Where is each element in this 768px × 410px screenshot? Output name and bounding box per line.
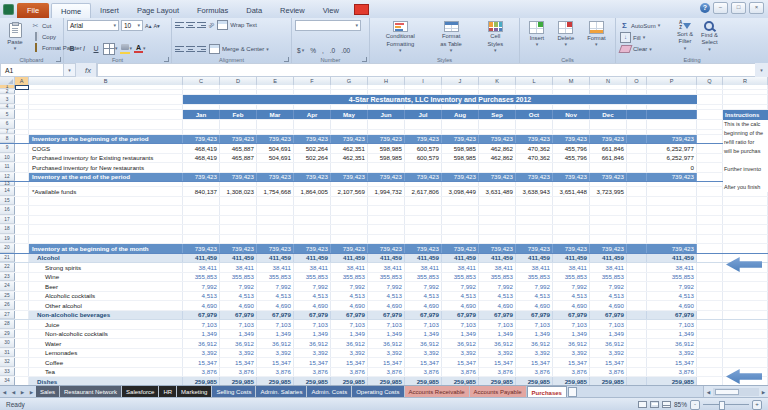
cell-value[interactable]: 67,979 <box>516 311 553 320</box>
cell[interactable] <box>405 90 442 94</box>
cell[interactable] <box>442 206 479 215</box>
cell-value[interactable]: 7,992 <box>442 282 479 291</box>
cell[interactable] <box>479 85 516 89</box>
cell-A[interactable] <box>15 197 29 206</box>
cell[interactable] <box>257 235 294 244</box>
cell-A[interactable] <box>15 182 29 186</box>
cell[interactable] <box>723 301 768 310</box>
cell-total[interactable]: 38,411 <box>647 263 697 272</box>
cell[interactable] <box>257 206 294 215</box>
cell-value[interactable]: 3,876 <box>368 368 405 377</box>
cell[interactable] <box>590 120 627 129</box>
column-header-R[interactable]: R <box>723 77 768 85</box>
cell[interactable] <box>697 254 723 263</box>
cell-value[interactable]: 355,853 <box>553 273 590 282</box>
cell-value[interactable] <box>331 163 368 172</box>
cell-value[interactable]: 4,690 <box>183 301 220 310</box>
zoom-in-button[interactable]: + <box>752 400 762 410</box>
align-top-icon[interactable] <box>175 21 184 29</box>
decrease-decimal-button[interactable]: .00 <box>339 47 352 54</box>
cell-value[interactable]: 2,107,569 <box>331 187 368 196</box>
cell-value[interactable]: 7,992 <box>590 282 627 291</box>
cell-value[interactable]: 4,690 <box>331 301 368 310</box>
cell-value[interactable]: 600,579 <box>405 144 442 153</box>
cell-value[interactable]: 598,985 <box>368 154 405 163</box>
help-icon[interactable]: ? <box>700 3 710 13</box>
cell-value[interactable]: 4,513 <box>368 292 405 301</box>
scroll-left-icon[interactable]: ◀ <box>704 390 713 395</box>
cell-value[interactable]: 7,992 <box>479 282 516 291</box>
cell[interactable] <box>368 235 405 244</box>
column-header-A[interactable]: A <box>15 77 29 85</box>
row-header-28[interactable]: 28 <box>0 320 15 329</box>
cell-value[interactable]: 67,979 <box>183 311 220 320</box>
cell[interactable] <box>183 225 220 234</box>
cell-value[interactable]: 470,362 <box>516 154 553 163</box>
cell[interactable] <box>479 225 516 234</box>
cell[interactable] <box>294 130 331 134</box>
row-header-16[interactable]: 16 <box>0 206 15 215</box>
cell[interactable] <box>553 85 590 89</box>
cell-total[interactable]: 7,992 <box>647 282 697 291</box>
cell[interactable] <box>723 358 768 367</box>
cell-A[interactable] <box>15 292 29 301</box>
paste-button[interactable]: Paste ▾ <box>3 20 27 54</box>
cell[interactable] <box>294 85 331 89</box>
cell-value[interactable]: 7,992 <box>183 282 220 291</box>
cell-total[interactable]: 3,876 <box>647 368 697 377</box>
cell[interactable] <box>294 105 331 109</box>
cell-value[interactable] <box>553 163 590 172</box>
cell[interactable] <box>479 235 516 244</box>
cell[interactable] <box>553 120 590 129</box>
cell-value[interactable] <box>220 163 257 172</box>
row-header-5[interactable]: 5 <box>0 110 15 119</box>
month-header-oct[interactable]: Oct <box>516 110 553 119</box>
cell-value[interactable]: 15,347 <box>220 358 257 367</box>
cell-value[interactable]: 739,423 <box>479 135 516 144</box>
cell-value[interactable]: 739,423 <box>553 173 590 182</box>
align-left-icon[interactable] <box>175 45 184 53</box>
cell[interactable] <box>627 292 647 301</box>
cell[interactable] <box>331 105 368 109</box>
cell-value[interactable]: 1,864,005 <box>294 187 331 196</box>
normal-view-icon[interactable] <box>638 401 647 408</box>
cell-value[interactable]: 1,349 <box>220 330 257 339</box>
cell[interactable] <box>697 282 723 291</box>
cell-value[interactable]: 36,912 <box>331 339 368 348</box>
cell[interactable] <box>257 130 294 134</box>
cell[interactable] <box>627 135 647 144</box>
cell-A[interactable] <box>15 187 29 196</box>
cell-value[interactable]: 598,985 <box>442 154 479 163</box>
align-center-icon[interactable] <box>186 45 195 53</box>
cell[interactable] <box>29 225 183 234</box>
cell-value[interactable]: 15,347 <box>516 358 553 367</box>
cell-value[interactable]: 38,411 <box>479 263 516 272</box>
cell-value[interactable]: 36,912 <box>590 339 627 348</box>
conditional-formatting-button[interactable]: ConditionalFormatting▾ <box>384 20 417 54</box>
cell-value[interactable]: 38,411 <box>553 263 590 272</box>
cell-total[interactable]: 1,349 <box>647 330 697 339</box>
cell[interactable] <box>627 225 647 234</box>
cell-value[interactable]: 411,459 <box>553 254 590 263</box>
cell[interactable] <box>220 235 257 244</box>
cell[interactable] <box>723 90 768 94</box>
format-cells-button[interactable]: Format▾ <box>585 20 607 54</box>
cell[interactable] <box>405 206 442 215</box>
column-header-G[interactable]: G <box>331 77 368 85</box>
cell[interactable] <box>220 120 257 129</box>
cell[interactable] <box>627 105 647 109</box>
cell-value[interactable]: 3,392 <box>553 349 590 358</box>
cell[interactable] <box>368 85 405 89</box>
cell-value[interactable]: 3,876 <box>479 368 516 377</box>
cell-value[interactable]: 739,423 <box>516 135 553 144</box>
cell-value[interactable]: 355,853 <box>442 273 479 282</box>
cell[interactable] <box>723 273 768 282</box>
cell[interactable] <box>627 349 647 358</box>
cell-total[interactable]: 36,912 <box>647 339 697 348</box>
cell-value[interactable]: 661,846 <box>590 154 627 163</box>
cell-value[interactable]: 7,103 <box>553 320 590 329</box>
cell-value[interactable]: 355,853 <box>220 273 257 282</box>
scrollbar-thumb[interactable] <box>715 389 739 395</box>
column-header-Q[interactable]: Q <box>697 77 723 85</box>
cell-A[interactable] <box>15 301 29 310</box>
